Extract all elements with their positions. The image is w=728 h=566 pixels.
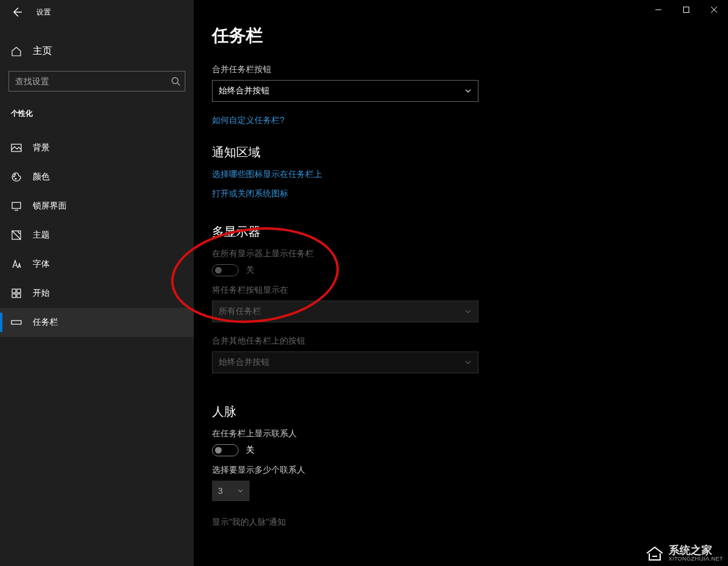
show-buttons-on-label: 将任务栏按钮显示在 <box>212 285 728 296</box>
combine-other-label: 合并其他任务栏上的按钮 <box>212 336 728 347</box>
sidebar-header: 设置 <box>0 0 194 24</box>
combine-other-dropdown[interactable]: 始终合并按钮 <box>212 351 478 373</box>
home-nav[interactable]: 主页 <box>0 39 194 64</box>
svg-point-1 <box>172 78 178 84</box>
combine-buttons-dropdown[interactable]: 始终合并按钮 <box>212 80 478 102</box>
show-contacts-toggle[interactable] <box>212 444 239 456</box>
customize-taskbar-link[interactable]: 如何自定义任务栏? <box>212 115 728 126</box>
people-title: 人脉 <box>212 404 728 420</box>
home-label: 主页 <box>33 45 52 58</box>
sidebar-item-start[interactable]: 开始 <box>0 279 194 308</box>
sidebar-item-fonts[interactable]: 字体 <box>0 250 194 279</box>
font-icon <box>11 259 22 270</box>
sidebar-item-background[interactable]: 背景 <box>0 133 194 162</box>
sidebar-item-label: 颜色 <box>33 171 50 182</box>
sidebar: 设置 主页 个性化 背景 <box>0 0 194 566</box>
watermark: 系统之家 XITONGZHIJIA.NET <box>644 544 723 562</box>
sidebar-item-colors[interactable]: 颜色 <box>0 162 194 191</box>
show-on-all-label: 在所有显示器上显示任务栏 <box>212 248 728 259</box>
watermark-text: 系统之家 XITONGZHIJIA.NET <box>669 545 723 562</box>
close-button[interactable] <box>700 0 728 19</box>
svg-rect-11 <box>17 294 21 298</box>
choose-count-label: 选择要显示多少个联系人 <box>212 465 728 476</box>
sidebar-item-label: 主题 <box>33 230 50 241</box>
svg-point-3 <box>13 176 15 177</box>
sidebar-item-label: 字体 <box>33 259 50 270</box>
chevron-down-icon <box>465 308 472 315</box>
content-pane: 任务栏 合并任务栏按钮 始终合并按钮 如何自定义任务栏? 通知区域 选择哪些图标… <box>194 0 728 566</box>
show-contacts-label: 在任务栏上显示联系人 <box>212 428 728 439</box>
svg-rect-0 <box>684 7 689 13</box>
chevron-down-icon <box>465 87 472 95</box>
show-contacts-toggle-row: 关 <box>212 444 728 456</box>
svg-point-5 <box>15 178 16 179</box>
show-contacts-state: 关 <box>246 445 254 456</box>
home-icon <box>11 46 22 57</box>
svg-point-4 <box>15 174 16 175</box>
show-on-all-toggle-row: 关 <box>212 264 728 276</box>
select-icons-link[interactable]: 选择哪些图标显示在任务栏上 <box>212 169 728 180</box>
sidebar-item-lockscreen[interactable]: 锁屏界面 <box>0 191 194 221</box>
multi-display-title: 多显示器 <box>212 224 728 240</box>
maximize-button[interactable] <box>672 0 700 19</box>
chevron-down-icon <box>465 359 472 366</box>
search-wrap <box>8 71 185 92</box>
sidebar-section-label: 个性化 <box>11 108 194 119</box>
system-icons-link[interactable]: 打开或关闭系统图标 <box>212 188 728 199</box>
minimize-button[interactable] <box>644 0 672 19</box>
sidebar-item-themes[interactable]: 主题 <box>0 221 194 250</box>
dropdown-value: 始终合并按钮 <box>219 357 270 368</box>
lockscreen-icon <box>11 201 22 211</box>
dropdown-value: 3 <box>218 486 223 496</box>
palette-icon <box>11 171 22 182</box>
sidebar-item-label: 锁屏界面 <box>33 201 67 211</box>
search-icon <box>171 76 180 86</box>
dropdown-value: 始终合并按钮 <box>219 85 270 96</box>
sidebar-item-label: 开始 <box>33 288 50 299</box>
watermark-title: 系统之家 <box>669 545 723 556</box>
notification-area-title: 通知区域 <box>212 144 728 161</box>
page-title: 任务栏 <box>212 24 728 47</box>
chevron-down-icon <box>237 488 243 494</box>
show-buttons-on-dropdown[interactable]: 所有任务栏 <box>212 301 478 322</box>
sidebar-items: 背景 颜色 锁屏界面 主题 <box>0 133 194 337</box>
picture-icon <box>11 142 22 153</box>
svg-rect-10 <box>12 294 16 298</box>
show-on-all-toggle[interactable] <box>212 264 239 276</box>
taskbar-icon <box>11 317 22 328</box>
sidebar-item-label: 任务栏 <box>33 317 58 328</box>
watermark-logo-icon <box>644 544 665 562</box>
svg-rect-6 <box>12 202 21 208</box>
dropdown-value: 所有任务栏 <box>219 306 261 317</box>
svg-rect-9 <box>17 289 21 293</box>
svg-rect-12 <box>12 321 21 324</box>
theme-icon <box>11 230 22 241</box>
watermark-url: XITONGZHIJIA.NET <box>669 556 723 562</box>
my-people-notify-label: 显示"我的人脉"通知 <box>212 517 728 528</box>
back-button[interactable] <box>11 6 23 18</box>
search-input[interactable] <box>8 71 185 92</box>
show-on-all-state: 关 <box>246 265 254 276</box>
sidebar-item-label: 背景 <box>33 142 50 153</box>
window-controls <box>644 0 728 19</box>
sidebar-item-taskbar[interactable]: 任务栏 <box>0 308 194 337</box>
choose-count-dropdown[interactable]: 3 <box>212 481 250 501</box>
svg-rect-8 <box>12 289 16 293</box>
start-icon <box>11 288 22 299</box>
app-title: 设置 <box>36 7 51 18</box>
combine-buttons-label: 合并任务栏按钮 <box>212 64 728 75</box>
